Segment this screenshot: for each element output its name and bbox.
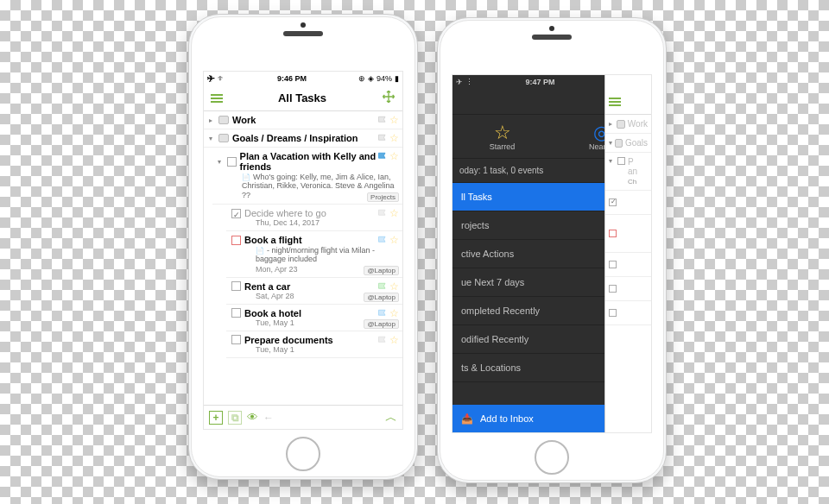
checkbox-checked[interactable]: [231, 209, 241, 218]
peek-decide[interactable]: ✓: [605, 191, 651, 215]
inbox-icon: 📥: [461, 413, 473, 425]
back-icon[interactable]: ←: [263, 412, 274, 424]
task-tag: @Laptop: [364, 319, 399, 329]
task-tag: @Laptop: [364, 293, 399, 302]
status-left: ✈ ᯤ: [207, 74, 225, 83]
status-left: ✈ ⋮: [456, 78, 473, 86]
flag-icon: [377, 134, 388, 142]
task-date: Thu, Dec 14, 2017: [231, 218, 399, 227]
checkbox[interactable]: [231, 335, 241, 344]
chevron-up-icon[interactable]: ︿: [385, 410, 397, 425]
status-right: ⊕ ◈ 94% ▮: [358, 74, 399, 83]
star-icon: ☆: [389, 207, 399, 219]
checkbox[interactable]: [231, 308, 241, 318]
task-date: Tue, May 1: [231, 345, 399, 354]
star-icon: ☆: [490, 123, 516, 142]
flag-icon: [377, 152, 388, 161]
task-flight[interactable]: Book a flight - night/morning flight via…: [226, 231, 402, 278]
peek-goals[interactable]: ▾ Goals: [605, 134, 651, 153]
star-icon: ☆: [389, 307, 399, 319]
sidebar-starred[interactable]: ☆ Starred: [490, 123, 516, 151]
star-icon: ☆: [389, 280, 399, 293]
menu-icon[interactable]: [609, 98, 621, 106]
eye-icon[interactable]: 👁: [247, 411, 258, 424]
menu-icon[interactable]: [211, 94, 223, 103]
task-tag: @Laptop: [364, 266, 399, 275]
section-work[interactable]: ▸ Work ☆: [204, 111, 402, 129]
star-icon: ☆: [389, 150, 399, 162]
flag-icon: [377, 209, 388, 217]
folder-icon: [218, 116, 229, 124]
star-icon: ☆: [389, 114, 399, 126]
task-docs[interactable]: Prepare documents Tue, May 1 ☆: [226, 331, 402, 358]
task-plan-vacation[interactable]: ▾ Plan a Vacation with Kelly and friends…: [212, 148, 402, 205]
task-decide[interactable]: Decide where to go Thu, Dec 14, 2017 ☆: [226, 205, 402, 231]
peek-hotel[interactable]: [605, 277, 651, 301]
status-time: 9:47 PM: [525, 78, 554, 86]
section-goals[interactable]: ▾ Goals / Dreams / Inspiration ☆: [204, 129, 402, 148]
checkbox[interactable]: [227, 157, 237, 167]
home-button[interactable]: [535, 440, 569, 475]
flag-icon: [377, 116, 388, 124]
task-rent-car[interactable]: Rent a car Sat, Apr 28 ☆ @Laptop: [226, 278, 402, 305]
status-time: 9:46 PM: [277, 74, 307, 83]
flag-icon: [377, 309, 388, 318]
move-icon[interactable]: [382, 90, 396, 107]
star-icon: ☆: [389, 234, 399, 246]
flag-icon: [377, 282, 388, 291]
task-hotel[interactable]: Book a hotel Tue, May 1 ☆ @Laptop: [226, 305, 402, 331]
peek-plan[interactable]: ▾ PanCh: [605, 153, 651, 191]
home-button[interactable]: [286, 437, 320, 471]
add-multi-button[interactable]: ⧉: [228, 411, 242, 425]
add-task-button[interactable]: +: [209, 411, 223, 425]
flag-icon: [377, 336, 388, 344]
peek-car[interactable]: [605, 253, 651, 277]
checkbox[interactable]: [231, 236, 241, 245]
task-tag: Projects: [367, 192, 399, 202]
star-icon: ☆: [389, 132, 399, 144]
checkbox[interactable]: [231, 281, 241, 291]
peek-flight[interactable]: [605, 215, 651, 253]
folder-icon: [218, 134, 229, 142]
peek-docs[interactable]: [605, 301, 651, 325]
peek-work[interactable]: ▸ Work: [605, 115, 651, 134]
task-note: - night/morning flight via Milan - bagga…: [231, 245, 399, 265]
page-title: All Tasks: [278, 91, 326, 104]
flag-icon: [377, 236, 388, 244]
star-icon: ☆: [389, 334, 399, 346]
